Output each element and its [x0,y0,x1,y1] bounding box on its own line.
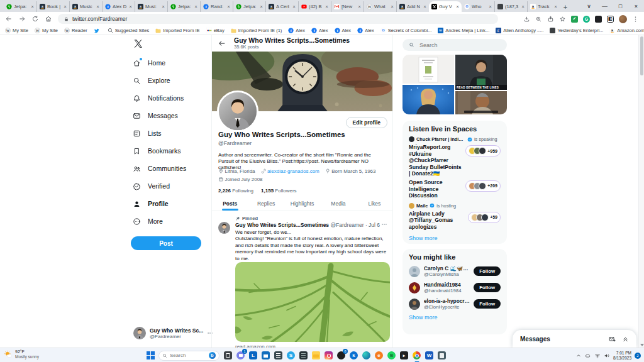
spotify-taskbar-icon[interactable] [387,351,396,360]
tab-close-icon[interactable]: × [96,4,99,9]
post-button[interactable]: Post [131,236,201,250]
share-icon[interactable] [547,16,554,23]
browser-tab[interactable]: GWho× [462,1,494,12]
onedrive-icon[interactable] [585,353,591,359]
messages-dock[interactable]: Messages [513,330,636,348]
movies-taskbar-icon[interactable]: ▸ [399,351,409,360]
x-logo-icon[interactable] [133,39,143,48]
browser-tab[interactable]: Guy V× [429,1,462,12]
game-taskbar-icon[interactable]: 8 [336,351,346,360]
expand-messages-icon[interactable] [622,336,629,343]
taskbar-search-input[interactable] [170,353,203,358]
profile-tab-highlights[interactable]: Highlights [284,197,320,211]
sidebar-item-verified[interactable]: Verified [128,177,208,195]
tab-search-icon[interactable]: ∨ [581,0,597,12]
close-icon[interactable]: × [628,0,644,12]
bookmark-item[interactable]: WMy Site [5,28,28,33]
tab-close-icon[interactable]: × [227,4,230,9]
account-switcher[interactable]: Guy Who Writes Sc... @Fardreamer [133,326,206,341]
adblock-extension-icon[interactable]: ✓ [571,16,578,23]
new-tab-button[interactable]: + [560,1,571,12]
tab-close-icon[interactable]: × [260,4,263,9]
calculator-taskbar-icon[interactable] [437,351,447,360]
suggested-user-row[interactable]: elon-is-a-hypocrite@ElonHypocriteFollow [409,298,501,310]
new-message-icon[interactable] [609,336,616,343]
browser-tab[interactable]: [New× [331,1,364,12]
post-menu-icon[interactable] [381,221,387,228]
taskbar-weather-widget[interactable]: 92°F Mostly sunny [4,349,39,359]
skype-taskbar-icon[interactable]: S [286,351,296,360]
sidebar-item-profile[interactable]: Profile [128,195,208,212]
followers-stat[interactable]: 1,155 Followers [261,188,297,194]
tab-close-icon[interactable]: × [325,4,328,9]
space-item[interactable]: Open Source Intelligence Discussion+209 [409,179,501,199]
space-item[interactable]: MriyaReport.org #Ukraine @ChuckPfarrer S… [409,144,501,177]
spaces-show-more[interactable]: Show more [409,235,501,241]
dark-extension-icon[interactable] [595,16,602,23]
profile-tab-media[interactable]: Media [320,197,356,211]
linkedin-taskbar-icon[interactable]: L [248,351,258,360]
file-explorer-taskbar-icon[interactable] [311,351,321,360]
edge-taskbar-icon[interactable] [362,351,371,360]
browser-menu-icon[interactable] [632,16,639,23]
notes-taskbar-icon[interactable] [299,351,308,360]
bookmark-item[interactable]: WMy Site [35,28,58,33]
suggested-user-row[interactable]: Carolyn C 🌊🦋🎶7…@CarolynMishaFollow [409,265,501,277]
media-thumb-read-between-lines[interactable]: READ BETWEEN THE LINES [455,55,507,90]
browser-tab[interactable]: (187,3× [494,1,527,12]
bookmark-star-icon[interactable] [559,16,566,23]
back-icon[interactable] [5,15,13,23]
bookmark-item[interactable]: fAlex [311,28,328,33]
instagram-taskbar-icon[interactable] [324,351,333,360]
sidebar-item-bookmarks[interactable]: Bookmarks [128,142,208,160]
profile-tab-replies[interactable]: Replies [248,197,284,211]
tab-close-icon[interactable]: × [194,4,197,9]
tray-chevron-icon[interactable] [575,353,582,359]
sidebar-item-home[interactable]: Home [128,54,208,72]
profile-avatar[interactable] [217,90,258,132]
sidebar-item-more[interactable]: More [128,212,208,230]
bookmark-item[interactable]: Suggested Sites [108,28,150,33]
browser-tab[interactable]: Jetpa:× [4,1,36,12]
profile-tab-posts[interactable]: Posts [212,197,248,211]
bookmark-item[interactable] [94,28,101,33]
scrollbar-down-arrow[interactable] [640,344,644,346]
media-thumb-book[interactable] [402,55,454,84]
sidebar-item-explore[interactable]: Explore [128,72,208,89]
browser-tab[interactable]: aMusic× [69,1,102,12]
follow-button[interactable]: Follow [474,283,501,292]
browser-tab[interactable]: aAdd N× [396,1,429,12]
tab-close-icon[interactable]: × [31,4,34,9]
bookmark-item[interactable]: Imported From IE [155,28,199,33]
home-icon[interactable] [45,15,52,23]
bookmark-item[interactable]: WReader [64,28,87,33]
browser-tab[interactable]: fAlex D× [102,1,135,12]
bookmark-item[interactable]: Imported From IE (1) [231,28,282,33]
media-thumb-man-face[interactable] [455,91,507,114]
forward-icon[interactable] [18,15,26,23]
space-item[interactable]: Airplane Lady @Tiffany_Gomas apologizes+… [409,211,501,231]
edit-profile-button[interactable]: Edit profile [346,117,387,128]
grammarly-extension-icon[interactable]: G [583,16,590,23]
bookmark-item[interactable]: eBay [206,28,225,33]
kick-taskbar-icon[interactable]: k [349,351,358,360]
sidebar-item-messages[interactable]: Messages [128,107,208,124]
post-link-card-image[interactable] [235,262,390,342]
bookmark-item[interactable]: fAlex [357,28,374,33]
profile-tab-likes[interactable]: Likes [357,197,392,211]
scrollbar-thumb[interactable] [640,36,643,75]
tab-close-icon[interactable]: × [64,4,67,9]
twitter-search-bar[interactable] [402,39,507,51]
task-view-taskbar-icon[interactable] [223,351,233,360]
tab-close-icon[interactable]: × [521,4,525,9]
browser-tab[interactable]: Jetpa:× [233,1,265,12]
wifi-icon[interactable] [594,353,601,359]
browser-tab[interactable]: (42) B× [298,1,331,12]
browser-tab[interactable]: aTrack× [527,1,560,12]
tab-close-icon[interactable]: × [423,4,426,9]
follow-button[interactable]: Follow [474,299,501,309]
volume-icon[interactable] [604,353,610,359]
media-grid[interactable]: READ BETWEEN THE LINES [402,55,507,114]
tab-close-icon[interactable]: × [129,4,132,9]
sidebar-item-communities[interactable]: Communities [128,160,208,177]
